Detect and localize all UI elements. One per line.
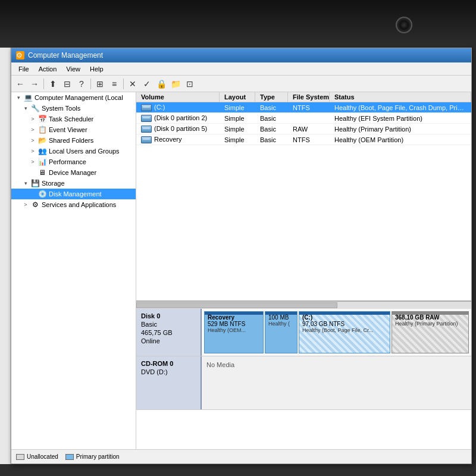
event-icon: 📋 <box>37 126 47 134</box>
menu-action[interactable]: Action <box>34 64 62 74</box>
sidebar-item-task-scheduler[interactable]: > 📅 Task Scheduler <box>11 114 136 124</box>
sidebar-item-performance[interactable]: > 📊 Performance <box>11 156 136 167</box>
menu-file[interactable]: File <box>14 64 34 74</box>
delete-button[interactable]: ✕ <box>126 77 139 90</box>
sidebar-item-services[interactable]: > ⚙ Services and Applications <box>11 199 136 210</box>
laptop-bezel <box>0 0 476 46</box>
menu-bar: File Action View Help <box>11 62 471 76</box>
menu-button[interactable]: ≡ <box>108 77 121 90</box>
partition-c[interactable]: (C:) 97,03 GB NTFS Healthy (Boot, Page F… <box>299 311 390 353</box>
scrollbar-thumb[interactable] <box>136 302 337 308</box>
status-cell: Healthy (OEM Partition) <box>330 136 471 144</box>
partition-100mb[interactable]: 100 MB Healthy ( <box>265 311 298 353</box>
volume-cell: (Disk 0 partition 5) <box>136 124 220 133</box>
drive-icon <box>141 126 152 133</box>
toolbar-separator-3 <box>123 79 124 89</box>
partition-recovery[interactable]: Recovery 529 MB NTFS Healthy (OEM... <box>204 311 264 353</box>
cdrom-status: No Media <box>206 361 234 368</box>
main-area: ▾ 💻 Computer Management (Local ▾ 🔧 Syste… <box>11 92 471 464</box>
col-header-type[interactable]: Type <box>255 92 288 102</box>
expand-icon: > <box>28 137 37 143</box>
expand-icon: > <box>21 202 30 208</box>
lock-button[interactable]: 🔒 <box>155 77 168 90</box>
partition-status: Healthy ( <box>268 321 294 327</box>
sidebar-item-computer-management[interactable]: ▾ 💻 Computer Management (Local <box>11 92 136 103</box>
sidebar-label-services: Services and Applications <box>42 201 133 208</box>
expand-icon: ▾ <box>21 180 30 186</box>
sidebar-item-disk-management[interactable]: 💿 Disk Management <box>11 189 136 199</box>
col-header-layout[interactable]: Layout <box>220 92 255 102</box>
performance-icon: 📊 <box>37 158 47 166</box>
layout-cell: Simple <box>220 125 255 133</box>
properties-button[interactable]: ⊞ <box>93 77 107 90</box>
toolbar: ← → ⬆ ⊟ ? ⊞ ≡ ✕ ✓ 🔒 📁 ⊡ <box>11 76 471 92</box>
expand-icon: ▾ <box>14 95 23 101</box>
fs-cell: NTFS <box>288 104 330 112</box>
sidebar-item-device-manager[interactable]: 🖥 Device Manager <box>11 167 136 178</box>
storage-icon: 💾 <box>30 179 40 187</box>
sidebar-label-event-viewer: Event Viewer <box>49 126 133 133</box>
partition-raw[interactable]: 368,10 GB RAW Healthy (Primary Partition… <box>392 311 469 353</box>
sidebar-label-device-manager: Device Manager <box>49 169 133 176</box>
status-cell: Healthy (Primary Partition) <box>330 125 471 133</box>
col-header-fs[interactable]: File System <box>288 92 330 102</box>
sidebar-item-shared-folders[interactable]: > 📂 Shared Folders <box>11 135 136 146</box>
cdrom-name: CD-ROM 0 <box>141 360 196 367</box>
computer-management-window: ⚙ Computer Management File Action View H… <box>11 48 472 464</box>
col-header-status[interactable]: Status <box>330 92 471 102</box>
layout-cell: Simple <box>220 136 255 144</box>
sidebar-item-event-viewer[interactable]: > 📋 Event Viewer <box>11 124 136 135</box>
sidebar-label-disk-management: Disk Management <box>49 190 133 198</box>
drive-icon <box>141 104 152 111</box>
partition-size: 529 MB NTFS <box>208 321 260 327</box>
computer-icon: 💻 <box>23 93 33 102</box>
disk-online: Online <box>141 337 196 345</box>
sidebar-label-computer-management: Computer Management (Local <box>35 94 133 101</box>
help-button[interactable]: ? <box>75 77 88 90</box>
grid-button[interactable]: ⊡ <box>183 77 196 90</box>
partition-name: Recovery <box>208 314 260 321</box>
list-row[interactable]: (Disk 0 partition 2) Simple Basic Health… <box>136 113 471 124</box>
partition-name: (C:) <box>302 314 387 321</box>
disk-partitions: Recovery 529 MB NTFS Healthy (OEM... 100… <box>202 309 471 356</box>
layout-cell: Simple <box>220 104 255 112</box>
folder-icon: 📂 <box>37 136 47 145</box>
menu-help[interactable]: Help <box>85 64 108 74</box>
col-header-volume[interactable]: Volume <box>136 92 220 102</box>
type-cell: Basic <box>255 104 288 112</box>
back-button[interactable]: ← <box>14 77 27 90</box>
volume-list-view: Volume Layout Type File System Status (C… <box>136 92 471 302</box>
cdrom-row: CD-ROM 0 DVD (D:) No Media <box>136 356 471 410</box>
sidebar-item-local-users[interactable]: > 👥 Local Users and Groups <box>11 146 136 156</box>
sidebar-item-system-tools[interactable]: ▾ 🔧 System Tools <box>11 103 136 114</box>
partition-size: 100 MB <box>268 314 294 321</box>
partition-status: Healthy (Boot, Page File, Cr... <box>302 327 387 333</box>
tools-icon: 🔧 <box>30 104 40 112</box>
up-button[interactable]: ⬆ <box>46 77 60 90</box>
disk-info: Disk 0 Basic 465,75 GB Online <box>136 309 202 356</box>
list-row[interactable]: (Disk 0 partition 5) Simple Basic RAW He… <box>136 124 471 134</box>
type-cell: Basic <box>255 125 288 133</box>
disk-row: Disk 0 Basic 465,75 GB Online Recovery 5… <box>136 309 471 356</box>
show-hide-button[interactable]: ⊟ <box>61 77 74 90</box>
forward-button[interactable]: → <box>28 77 41 90</box>
folder-button[interactable]: 📁 <box>169 77 182 90</box>
disk-panel: Disk 0 Basic 465,75 GB Online Recovery 5… <box>136 309 471 464</box>
expand-icon: > <box>28 159 37 165</box>
list-row[interactable]: (C:) Simple Basic NTFS Healthy (Boot, Pa… <box>136 102 471 113</box>
menu-view[interactable]: View <box>61 64 85 74</box>
sidebar-label-shared-folders: Shared Folders <box>49 137 133 144</box>
check-button[interactable]: ✓ <box>140 77 154 90</box>
partition-name: 368,10 GB RAW <box>395 314 465 321</box>
list-row[interactable]: Recovery Simple Basic NTFS Healthy (OEM … <box>136 134 471 145</box>
legend-bar: Unallocated Primary partition <box>136 449 471 464</box>
disk-size: 465,75 GB <box>141 329 196 336</box>
partition-size: 97,03 GB NTFS <box>302 321 387 327</box>
type-cell: Basic <box>255 136 288 144</box>
sidebar-item-storage[interactable]: ▾ 💾 Storage <box>11 178 136 189</box>
disk-icon: 💿 <box>37 190 47 198</box>
horizontal-scrollbar[interactable] <box>136 302 471 309</box>
expand-icon: ▾ <box>21 105 30 111</box>
sidebar-label-system-tools: System Tools <box>42 105 133 112</box>
expand-icon: > <box>28 116 37 122</box>
